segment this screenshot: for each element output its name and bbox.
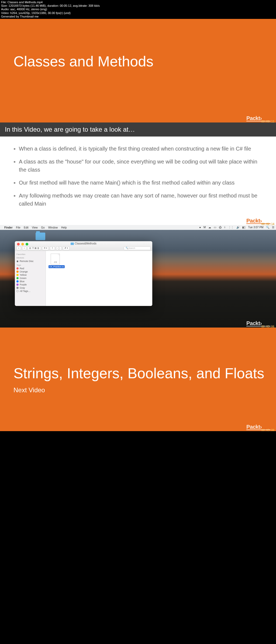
menu-help[interactable]: Help [61, 226, 67, 229]
menu-view[interactable]: View [32, 226, 38, 229]
notification-icon[interactable]: ☰ [272, 226, 274, 229]
meta-file: File: Classes and Methods.mp4 [1, 1, 275, 4]
share-button[interactable]: ⇪ [50, 246, 55, 250]
sidebar-section-favorites: Favorites [16, 253, 44, 255]
meta-video: Video: h264, yuv420p, 1920x1080, 30.00 f… [1, 11, 275, 15]
wifi-icon[interactable]: ⋮⋮ [228, 226, 234, 229]
view-buttons[interactable]: ▤ ☰ ▦ ▥ [27, 246, 41, 250]
sidebar-all-tags[interactable]: All Tags… [16, 289, 44, 293]
frame-timestamp: 00:05:00 [261, 429, 274, 431]
tag-button[interactable]: ◯ [56, 246, 62, 250]
sidebar-tag-gray[interactable]: Gray [16, 286, 44, 289]
menu-edit[interactable]: Edit [24, 226, 28, 229]
mac-menubar: Finder File Edit View Go Window Help ● M… [0, 225, 276, 230]
bullet-item: When a class is defined, it is typically… [19, 145, 260, 153]
arrange-button[interactable]: ⚙ ▾ [42, 246, 49, 250]
sidebar-tag-orange[interactable]: Orange [16, 270, 44, 273]
video-metadata: File: Classes and Methods.mp4 Size: 1201… [0, 0, 276, 19]
folder-icon [71, 243, 74, 245]
thumbnail-frame-1: Classes and Methods Packt› 00:01:11 [0, 19, 276, 122]
menu-window[interactable]: Window [48, 226, 58, 229]
nav-forward-button[interactable]: > [22, 246, 27, 250]
folder-icon [36, 233, 45, 240]
sidebar-section-tags: Tags [16, 264, 44, 266]
bullet-item: A class acts as the "house" for our code… [19, 158, 260, 174]
bullet-item: Our first method will have the name Main… [19, 179, 260, 187]
meta-gen: Generated by Thumbnail me [1, 15, 275, 18]
menubar-right: ● M ☁ ▭ ⏻ ᚼ ⋮⋮ 🔊 ▮▯ Tue 3:07 PM 🔍 ☰ [197, 226, 274, 229]
slide-title: Classes and Methods [13, 53, 153, 70]
file-label: C#_Practice.cs [49, 265, 65, 268]
dropbox-button[interactable]: ⇵ ▾ [63, 246, 70, 250]
finder-title: Classes&Methods [15, 242, 152, 245]
thumbnail-frame-2: In this Video, we are going to take a lo… [0, 122, 276, 225]
menubar-left: Finder File Edit View Go Window Help [2, 226, 70, 229]
next-video-title: Strings, Integers, Booleans, and Floats [13, 365, 276, 381]
finder-sidebar: Favorites Devices ◉Remote Disc Tags Red … [15, 251, 46, 306]
status-icon[interactable]: M [203, 226, 206, 229]
sidebar-tag-red[interactable]: Red [16, 267, 44, 270]
menu-go[interactable]: Go [41, 226, 45, 229]
bullet-item: Any following methods we may create can … [19, 192, 260, 208]
finder-titlebar: Classes&Methods < > ▤ ☰ ▦ ▥ ⚙ ▾ ⇪ ◯ ⇵ ▾ … [15, 241, 152, 251]
status-icon[interactable]: ⏻ [219, 226, 222, 229]
bluetooth-icon[interactable]: ᚼ [224, 226, 226, 229]
search-input[interactable]: 🔍 Search [124, 246, 151, 250]
thumbnail-frame-4: Strings, Integers, Booleans, and Floats … [0, 328, 276, 431]
status-icon[interactable]: ☁ [208, 226, 211, 229]
frame-timestamp: 00:03:06 [261, 325, 274, 328]
finder-content[interactable]: .CS C#_Practice.cs [46, 251, 152, 306]
sidebar-item-remote-disc[interactable]: ◉Remote Disc [16, 260, 44, 263]
file-icon: .CS [51, 254, 60, 264]
nav-back-button[interactable]: < [16, 246, 21, 250]
sidebar-tag-yellow[interactable]: Yellow [16, 273, 44, 277]
bullet-list: When a class is defined, it is typically… [0, 137, 276, 208]
sidebar-tag-purple[interactable]: Purple [16, 283, 44, 286]
menu-file[interactable]: File [16, 226, 20, 229]
finder-toolbar: < > ▤ ☰ ▦ ▥ ⚙ ▾ ⇪ ◯ ⇵ ▾ 🔍 Search [16, 246, 151, 250]
finder-window[interactable]: Classes&Methods < > ▤ ☰ ▦ ▥ ⚙ ▾ ⇪ ◯ ⇵ ▾ … [15, 241, 152, 306]
spotlight-icon[interactable]: 🔍 [266, 226, 269, 229]
volume-icon[interactable]: 🔊 [236, 226, 240, 229]
sidebar-tag-blue[interactable]: Blue [16, 280, 44, 283]
sidebar-section-devices: Devices [16, 257, 44, 259]
menu-app[interactable]: Finder [4, 226, 13, 229]
file-item[interactable]: .CS C#_Practice.cs [49, 254, 62, 268]
meta-audio: Audio: aac, 48000 Hz, stereo (eng) [1, 8, 275, 11]
clock[interactable]: Tue 3:07 PM [248, 226, 264, 229]
meta-size: Size: 12016973 bytes (11.46 MiB), durati… [1, 4, 275, 8]
status-icon[interactable]: ▭ [214, 226, 216, 229]
status-icon[interactable]: ● [199, 226, 201, 229]
next-video-label: Next Video [13, 386, 276, 394]
thumbnail-frame-3: Finder File Edit View Go Window Help ● M… [0, 225, 276, 328]
battery-icon[interactable]: ▮▯ [242, 226, 246, 229]
sidebar-tag-green[interactable]: Green [16, 277, 44, 280]
section-heading: In this Video, we are going to take a lo… [0, 122, 276, 137]
